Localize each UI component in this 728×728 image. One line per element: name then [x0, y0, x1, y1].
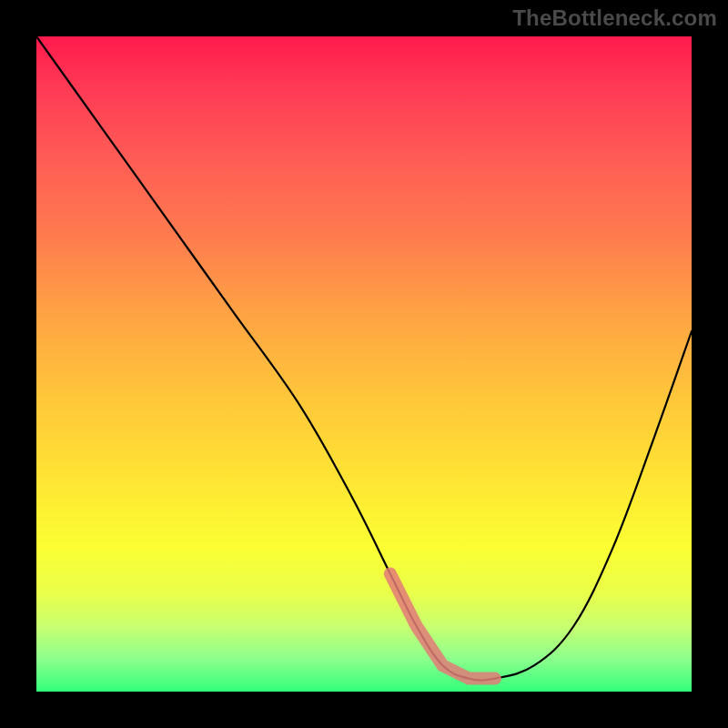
watermark-text: TheBottleneck.com: [512, 5, 717, 31]
bottleneck-curve-path: [36, 36, 692, 681]
trough-marker: [390, 573, 495, 678]
chart-svg: [36, 36, 692, 692]
